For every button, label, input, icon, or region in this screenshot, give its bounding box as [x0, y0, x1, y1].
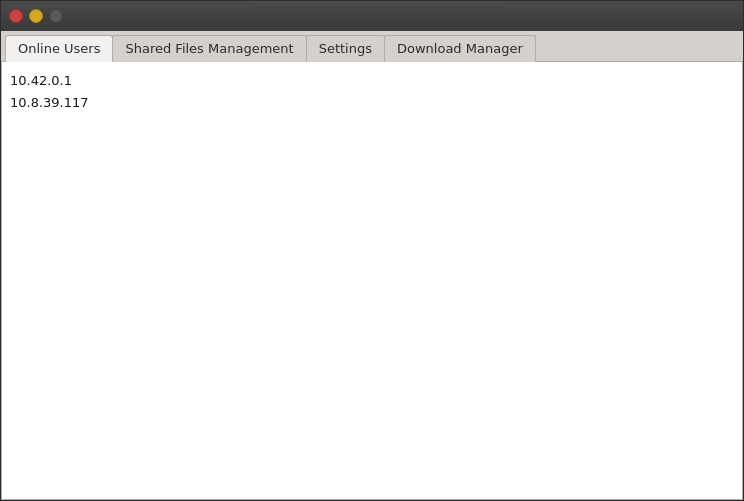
maximize-button[interactable]: □: [49, 9, 63, 23]
list-item: 10.42.0.1: [8, 70, 736, 92]
main-window: × − □ Online Users Shared Files Manageme…: [0, 0, 744, 501]
tab-online-users[interactable]: Online Users: [5, 35, 113, 62]
user-list: 10.42.0.1 10.8.39.117: [8, 70, 736, 113]
minimize-button[interactable]: −: [29, 9, 43, 23]
list-item: 10.8.39.117: [8, 92, 736, 114]
tab-bar: Online Users Shared Files Management Set…: [1, 31, 743, 62]
tab-settings[interactable]: Settings: [306, 35, 385, 62]
content-area: 10.42.0.1 10.8.39.117: [1, 62, 743, 500]
close-button[interactable]: ×: [9, 9, 23, 23]
titlebar: × − □: [1, 1, 743, 31]
tab-shared-files[interactable]: Shared Files Management: [112, 35, 306, 62]
tab-download-manager[interactable]: Download Manager: [384, 35, 536, 62]
